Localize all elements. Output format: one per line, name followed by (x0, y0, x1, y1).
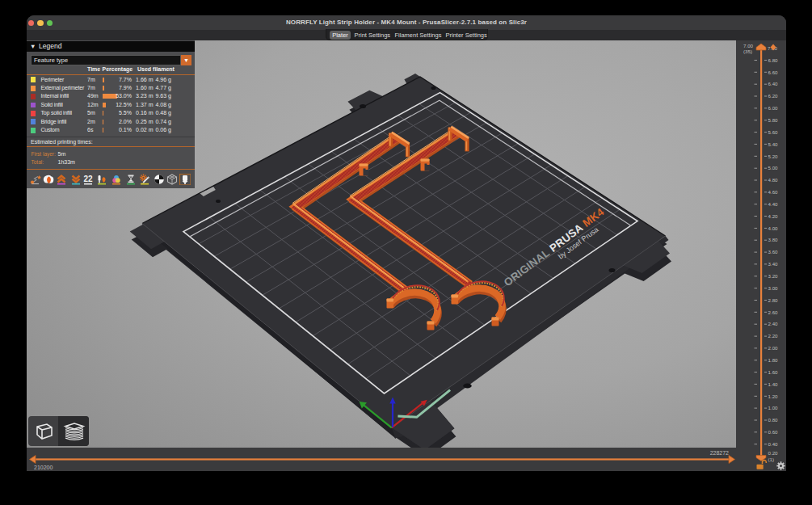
svg-text:7.00: 7.00 (743, 43, 754, 48)
svg-text:4.00: 4.00 (768, 225, 779, 231)
svg-text:5.00: 5.00 (768, 165, 779, 170)
svg-text:3.20: 3.20 (768, 273, 779, 279)
svg-text:228272: 228272 (710, 450, 729, 456)
svg-text:2.20: 2.20 (768, 333, 779, 339)
svg-text:3.60: 3.60 (768, 249, 779, 255)
svg-text:5.40: 5.40 (768, 141, 779, 147)
svg-text:1.40: 1.40 (768, 381, 779, 387)
svg-text:0.80: 0.80 (768, 417, 779, 423)
svg-text:2.00: 2.00 (768, 345, 779, 351)
svg-text:6.00: 6.00 (768, 105, 779, 111)
svg-text:3.80: 3.80 (768, 237, 779, 242)
svg-text:6.40: 6.40 (768, 81, 779, 86)
svg-text:6.20: 6.20 (768, 93, 779, 99)
svg-text:2.60: 2.60 (768, 309, 779, 315)
svg-text:22: 22 (84, 175, 94, 183)
svg-text:210200: 210200 (34, 465, 53, 470)
svg-text:1.00: 1.00 (768, 405, 779, 410)
svg-text:0.40: 0.40 (768, 441, 779, 447)
svg-text:1.20: 1.20 (768, 393, 779, 399)
svg-text:(1): (1) (768, 457, 775, 462)
svg-text:4.40: 4.40 (768, 201, 779, 207)
svg-text:0.20: 0.20 (768, 450, 779, 456)
svg-text:5.80: 5.80 (768, 117, 779, 123)
svg-text:(35): (35) (743, 48, 752, 54)
svg-text:5.20: 5.20 (768, 154, 779, 159)
svg-text:3.40: 3.40 (768, 261, 779, 267)
svg-text:4.20: 4.20 (768, 213, 779, 219)
svg-text:1.80: 1.80 (768, 357, 779, 363)
svg-text:4.60: 4.60 (768, 189, 779, 195)
svg-text:4.80: 4.80 (768, 177, 779, 183)
svg-text:6.80: 6.80 (768, 57, 779, 63)
svg-text:0.60: 0.60 (768, 429, 779, 435)
svg-text:6.60: 6.60 (768, 69, 779, 75)
svg-text:3.00: 3.00 (768, 285, 779, 291)
svg-text:5.60: 5.60 (768, 129, 779, 135)
svg-text:2.80: 2.80 (768, 297, 779, 303)
svg-text:2.40: 2.40 (768, 321, 779, 326)
svg-text:1.60: 1.60 (768, 369, 779, 375)
